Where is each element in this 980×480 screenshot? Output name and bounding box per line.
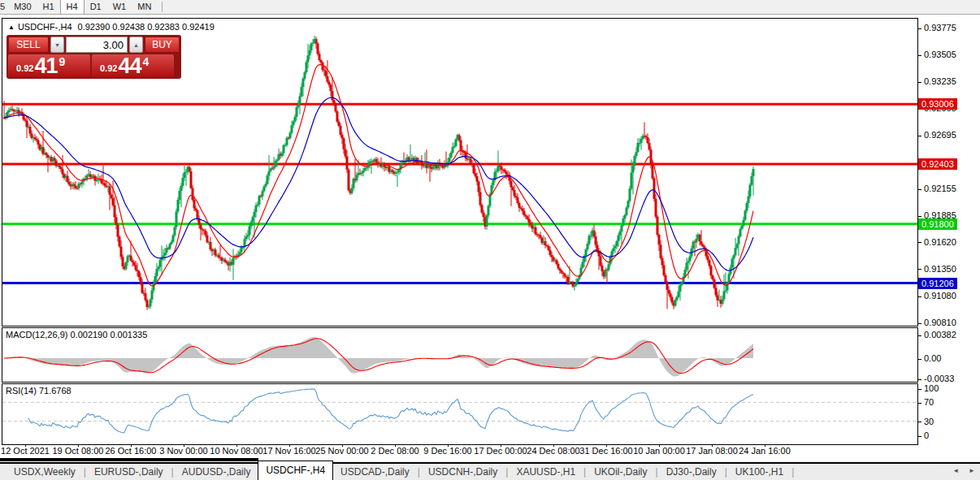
tab-usdx-weekly[interactable]: USDX,Weekly <box>7 464 83 480</box>
price-axis-label: 0.90810 <box>918 317 956 328</box>
sell-price-prefix: 0.92 <box>16 63 33 73</box>
date-axis-label: 2 Dec 08:00 <box>371 446 418 456</box>
price-line-badge: 0.91206 <box>918 278 957 289</box>
tab-usdchf-h4[interactable]: USDCHF-,H4 <box>258 461 333 480</box>
date-axis-label: 17 Dec 00:00 <box>474 446 527 456</box>
macd-axis-label: 0.00 <box>918 352 941 364</box>
price-axis-label: 0.93505 <box>918 49 956 60</box>
tab-separator: | <box>791 466 795 478</box>
date-axis-tick <box>131 444 132 447</box>
timeframe-button-mn[interactable]: MN <box>132 0 157 14</box>
sell-button[interactable]: SELL <box>8 37 49 53</box>
tab-scroll-right-icon[interactable]: ► <box>969 467 975 474</box>
date-axis-label: 3 Nov 00:00 <box>159 446 207 456</box>
date-axis-label: 26 Oct 16:00 <box>106 446 157 456</box>
buy-button[interactable]: BUY <box>145 37 180 53</box>
date-axis-label: 10 Jan 00:00 <box>633 446 685 456</box>
triangle-up-icon: ▲ <box>133 42 139 48</box>
rsi-pane[interactable]: RSI(14) 71.6768 <box>2 383 918 445</box>
tab-dj30-daily[interactable]: DJ30-,Daily <box>659 464 724 480</box>
date-axis-tick <box>765 444 765 447</box>
date-axis-tick <box>553 444 554 447</box>
date-axis-label: 24 Dec 08:00 <box>527 446 579 456</box>
date-axis-tick <box>606 444 607 447</box>
tab-scroll-arrows: ◄► <box>943 467 975 474</box>
chart-title: ▲USDCHF-,H40.92390 0.92438 0.92383 0.924… <box>8 22 215 32</box>
date-axis-tick <box>78 444 79 447</box>
date-axis-tick <box>501 444 501 447</box>
date-axis-tick <box>289 444 290 447</box>
rsi-label: RSI(14) 71.6768 <box>6 386 72 396</box>
sell-price-point: 9 <box>59 55 65 68</box>
date-axis-label: 19 Oct 08:00 <box>53 446 104 456</box>
rsi-chart[interactable] <box>2 384 917 444</box>
tab-ukoil-daily[interactable]: UKOil-,Daily <box>587 464 654 480</box>
rsi-axis-label: 70 <box>918 396 934 408</box>
price-axis-label: 0.91080 <box>918 290 956 301</box>
date-axis-tick <box>25 444 26 447</box>
date-axis-label: 31 Dec 16:00 <box>579 446 632 456</box>
buy-price-pips: 44 <box>118 56 141 76</box>
macd-pane[interactable]: MACD(12,26,9) 0.002190 0.001335 <box>2 327 918 383</box>
price-axis-label: 0.91620 <box>918 236 956 248</box>
timeframe-button-w1[interactable]: W1 <box>107 0 132 14</box>
price-line-badge: 0.93006 <box>918 98 957 110</box>
price-axis-label: 0.92695 <box>918 129 956 141</box>
buy-price-display[interactable]: 0.92 44 4 <box>92 54 174 77</box>
tab-usdcnh-daily[interactable]: USDCNH-,Daily <box>421 464 505 480</box>
date-axis-tick <box>342 444 343 447</box>
price-axis-label: 0.93235 <box>918 76 956 87</box>
date-axis-label: 24 Jan 16:00 <box>739 446 791 456</box>
collapse-arrow-icon[interactable]: ▲ <box>8 24 15 31</box>
date-axis-label: 9 Dec 16:00 <box>423 446 471 456</box>
volume-decrease-button[interactable]: ▼ <box>50 37 64 53</box>
horizontal-scrollbar-thumb[interactable] <box>0 458 258 461</box>
volume-increase-button[interactable]: ▲ <box>129 37 143 53</box>
sell-price-pips: 41 <box>34 56 57 76</box>
mt4-trading-terminal: { "toolbar": { "timeframes": [ {"label":… <box>0 0 980 480</box>
tab-eurusd-daily[interactable]: EURUSD-,Daily <box>87 464 171 480</box>
timeframe-toolbar: 5M30H1H4D1W1MN <box>0 0 980 15</box>
buy-price-point: 4 <box>142 55 149 68</box>
date-axis-tick <box>712 444 713 447</box>
tab-usdcad-daily[interactable]: USDCAD-,Daily <box>333 464 417 480</box>
toolbar-separator <box>162 2 163 12</box>
chart-ohlc-values: 0.92390 0.92438 0.92383 0.92419 <box>78 22 215 32</box>
date-axis-label: 10 Nov 08:00 <box>210 446 262 456</box>
timeframe-button-5[interactable]: 5 <box>0 0 8 14</box>
price-line-badge: 0.92403 <box>918 158 957 170</box>
chart-symbol-timeframe: USDCHF-,H4 <box>18 22 72 32</box>
rsi-axis-label: 0 <box>918 430 929 441</box>
rsi-axis-label: 100 <box>918 383 939 394</box>
rsi-axis-label: 30 <box>918 416 934 427</box>
date-axis-tick <box>448 444 449 447</box>
triangle-down-icon: ▼ <box>54 42 60 48</box>
price-axis-label: 0.93775 <box>918 22 956 33</box>
date-axis-label: 17 Jan 08:00 <box>686 446 738 456</box>
chart-tab-bar: USDX,Weekly|EURUSD-,Daily|AUDUSD-,DailyU… <box>0 462 980 480</box>
price-axis-label: 0.92155 <box>918 183 956 194</box>
date-axis-tick <box>395 444 396 447</box>
date-axis-tick <box>659 444 660 447</box>
timeframe-button-d1[interactable]: D1 <box>85 0 107 14</box>
price-axis-label: 0.91350 <box>918 263 956 275</box>
tab-audusd-daily[interactable]: AUDUSD-,Daily <box>175 464 258 480</box>
timeframe-button-h1[interactable]: H1 <box>37 0 60 14</box>
date-axis-tick <box>236 444 237 447</box>
one-click-trading-panel: SELL ▼ ▲ BUY 0.92 41 9 0.92 44 4 <box>7 35 181 79</box>
macd-label: MACD(12,26,9) 0.002190 0.001335 <box>6 330 147 339</box>
volume-input[interactable] <box>66 37 128 53</box>
date-axis-tick <box>184 444 184 447</box>
macd-axis-label: 0.00382 <box>918 329 956 340</box>
date-axis-label: 25 Nov 00:00 <box>315 446 368 456</box>
buy-price-prefix: 0.92 <box>100 63 117 73</box>
timeframe-button-h4[interactable]: H4 <box>60 0 85 14</box>
tab-uk100-h1[interactable]: UK100-,H1 <box>728 464 791 480</box>
tab-scroll-left-icon[interactable]: ◄ <box>952 467 959 474</box>
date-axis-label: 12 Oct 2021 <box>1 446 50 456</box>
sell-price-display[interactable]: 0.92 41 9 <box>8 54 90 77</box>
tab-xauusd-h1[interactable]: XAUUSD-,H1 <box>509 464 583 480</box>
date-axis-label: 17 Nov 16:00 <box>262 446 315 456</box>
timeframe-button-m30[interactable]: M30 <box>8 0 37 14</box>
price-line-badge: 0.91800 <box>918 218 957 230</box>
